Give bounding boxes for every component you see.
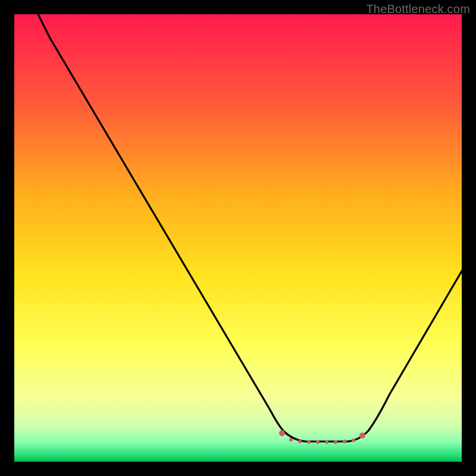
svg-point-9 <box>352 439 355 442</box>
svg-point-8 <box>343 440 346 443</box>
svg-point-6 <box>325 440 328 444</box>
chart-frame <box>14 14 462 462</box>
svg-point-4 <box>307 440 311 444</box>
svg-point-3 <box>298 440 302 443</box>
watermark-text: TheBottleneck.com <box>366 2 470 16</box>
svg-point-2 <box>289 438 293 441</box>
svg-point-1 <box>279 430 285 436</box>
svg-point-10 <box>359 433 365 439</box>
svg-point-7 <box>334 440 337 444</box>
svg-point-5 <box>316 440 320 444</box>
gradient-background <box>14 14 462 462</box>
bottleneck-chart <box>14 14 462 462</box>
